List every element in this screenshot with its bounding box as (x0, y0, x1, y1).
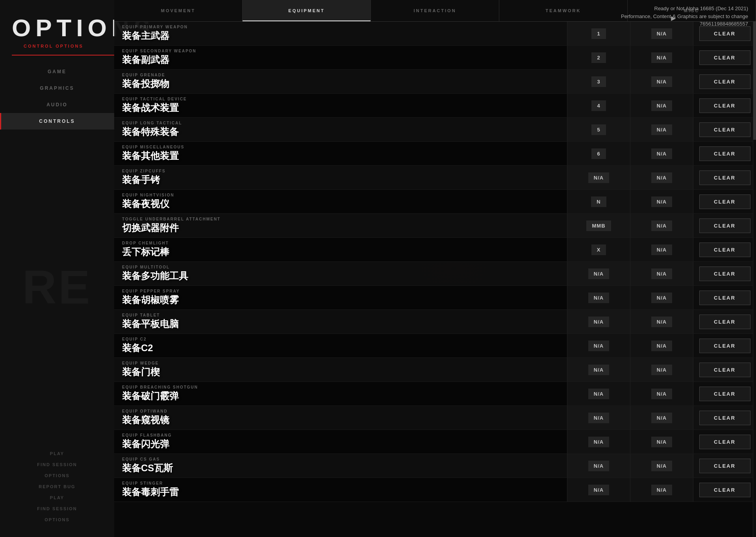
sidebar-bottom-report[interactable]: REPORT BUG (0, 481, 114, 492)
key-secondary[interactable]: N/A (630, 214, 693, 237)
key-primary[interactable]: 6 (567, 142, 630, 165)
key-secondary[interactable]: N/A (630, 118, 693, 141)
nav-arrow-icon[interactable]: ► (669, 14, 677, 23)
key-primary-value: N/A (588, 389, 609, 399)
keybind-row: EQUIP WEDGE 装备门楔 N/A N/A CLEAR (114, 358, 756, 382)
key-primary[interactable]: N/A (567, 358, 630, 381)
clear-cell: CLEAR (693, 262, 756, 285)
keybind-row: EQUIP TACTICAL DEVICE 装备战术装置 4 N/A CLEAR (114, 94, 756, 118)
tab-equipment[interactable]: EQUIPMENT (243, 0, 371, 21)
key-secondary[interactable]: N/A (630, 70, 693, 93)
key-secondary[interactable]: N/A (630, 430, 693, 454)
action-cn: 装备CS瓦斯 (122, 462, 559, 474)
key-primary[interactable]: N (567, 190, 630, 213)
clear-button[interactable]: CLEAR (699, 291, 750, 305)
key-primary[interactable]: 2 (567, 46, 630, 69)
key-secondary[interactable]: N/A (630, 358, 693, 381)
sidebar-bottom-find-session2[interactable]: FIND SESSION (0, 503, 114, 514)
clear-button[interactable]: CLEAR (699, 146, 750, 161)
clear-button[interactable]: CLEAR (699, 219, 750, 233)
key-primary[interactable]: N/A (567, 454, 630, 478)
clear-button[interactable]: CLEAR (699, 315, 750, 329)
clear-button[interactable]: CLEAR (699, 267, 750, 281)
clear-button[interactable]: CLEAR (699, 363, 750, 377)
version-info: Ready or Not Alpha 16685 (Dec 14 2021) P… (621, 5, 748, 28)
sidebar-bottom-play2[interactable]: PLAY (0, 492, 114, 503)
key-primary[interactable]: N/A (567, 382, 630, 406)
clear-cell: CLEAR (693, 166, 756, 189)
key-primary[interactable]: N/A (567, 310, 630, 333)
key-primary[interactable]: N/A (567, 334, 630, 357)
scroll-track[interactable] (753, 22, 756, 537)
key-secondary[interactable]: N/A (630, 46, 693, 69)
clear-cell: CLEAR (693, 382, 756, 406)
clear-cell: CLEAR (693, 238, 756, 261)
clear-button[interactable]: CLEAR (699, 26, 750, 41)
sidebar-bottom-play[interactable]: PLAY (0, 448, 114, 459)
key-secondary[interactable]: N/A (630, 478, 693, 502)
key-primary[interactable]: N/A (567, 262, 630, 285)
clear-button[interactable]: CLEAR (699, 50, 750, 65)
clear-button[interactable]: CLEAR (699, 122, 750, 137)
key-secondary[interactable]: N/A (630, 406, 693, 430)
action-cell: DROP CHEMLIGHT 丢下标记棒 (114, 238, 567, 261)
scroll-thumb[interactable] (753, 22, 756, 140)
key-secondary[interactable]: N/A (630, 454, 693, 478)
key-primary[interactable]: N/A (567, 406, 630, 430)
key-secondary[interactable]: N/A (630, 190, 693, 213)
key-primary[interactable]: MMB (567, 214, 630, 237)
key-secondary[interactable]: N/A (630, 310, 693, 333)
key-primary[interactable]: N/A (567, 166, 630, 189)
key-secondary[interactable]: N/A (630, 262, 693, 285)
clear-button[interactable]: CLEAR (699, 435, 750, 449)
key-secondary[interactable]: N/A (630, 382, 693, 406)
key-secondary[interactable]: N/A (630, 238, 693, 261)
key-secondary[interactable]: N/A (630, 166, 693, 189)
key-secondary[interactable]: N/A (630, 142, 693, 165)
key-primary[interactable]: X (567, 238, 630, 261)
key-secondary[interactable]: N/A (630, 94, 693, 117)
key-primary[interactable]: 3 (567, 70, 630, 93)
keybind-row: EQUIP C2 装备C2 N/A N/A CLEAR (114, 334, 756, 358)
clear-button[interactable]: CLEAR (699, 98, 750, 113)
clear-cell: CLEAR (693, 142, 756, 165)
key-primary-value: N/A (588, 437, 609, 447)
action-cn: 装备门楔 (122, 366, 559, 378)
clear-button[interactable]: CLEAR (699, 459, 750, 473)
action-cell: EQUIP STINGER 装备毒刺手雷 (114, 478, 567, 502)
sidebar-item-game[interactable]: GAME (0, 63, 114, 80)
clear-button[interactable]: CLEAR (699, 339, 750, 353)
action-cell: EQUIP OPTIWAND 装备窥视镜 (114, 406, 567, 430)
clear-button[interactable]: CLEAR (699, 194, 750, 209)
clear-button[interactable]: CLEAR (699, 74, 750, 89)
key-primary[interactable]: N/A (567, 286, 630, 309)
action-cn: 切换武器附件 (122, 222, 559, 234)
action-cn: 装备毒刺手雷 (122, 486, 559, 498)
key-secondary[interactable]: N/A (630, 286, 693, 309)
action-en: EQUIP C2 (122, 337, 559, 341)
sidebar-item-audio[interactable]: AUDIO (0, 96, 114, 113)
tab-movement[interactable]: MOVEMENT (114, 0, 243, 21)
action-en: DROP CHEMLIGHT (122, 241, 559, 245)
sidebar-item-graphics[interactable]: GRAPHICS (0, 80, 114, 96)
sidebar-bottom-nav: PLAY FIND SESSION OPTIONS REPORT BUG PLA… (0, 440, 114, 537)
sidebar-bottom-options[interactable]: OPTIONS (0, 470, 114, 481)
keybind-row: EQUIP ZIPCUFFS 装备手铐 N/A N/A CLEAR (114, 166, 756, 190)
key-primary[interactable]: 5 (567, 118, 630, 141)
key-primary[interactable]: N/A (567, 478, 630, 502)
key-secondary[interactable]: N/A (630, 334, 693, 357)
clear-button[interactable]: CLEAR (699, 170, 750, 185)
clear-button[interactable]: CLEAR (699, 243, 750, 257)
key-primary[interactable]: N/A (567, 430, 630, 454)
clear-button[interactable]: CLEAR (699, 411, 750, 425)
clear-button[interactable]: CLEAR (699, 387, 750, 401)
keybind-row: EQUIP CS GAS 装备CS瓦斯 N/A N/A CLEAR (114, 454, 756, 478)
key-primary[interactable]: 4 (567, 94, 630, 117)
sidebar-item-controls[interactable]: CONTROLS (0, 113, 114, 130)
clear-button[interactable]: CLEAR (699, 483, 750, 497)
tab-teamwork[interactable]: TEAMWORK (499, 0, 628, 21)
sidebar-bottom-options2[interactable]: OPTIONS (0, 514, 114, 525)
tab-interaction[interactable]: INTERACTION (371, 0, 499, 21)
sidebar-bottom-find-session[interactable]: FIND SESSION (0, 459, 114, 470)
version-line3: 76561198848685557 (621, 20, 748, 28)
